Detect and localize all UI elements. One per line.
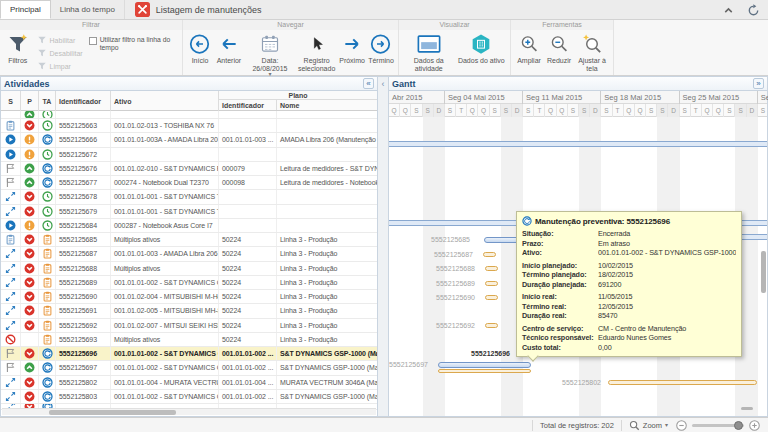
panel-splitter[interactable]: ‹ [378,76,388,417]
cell-identificador: 5552125689 [56,276,111,289]
cell-c-s [1,133,21,146]
table-row[interactable]: 5552125666001.01.01-003A - AMADA Libra 2… [1,133,377,147]
activities-panel: Atividades « S P TA Identificador Ativo … [0,76,378,417]
limpar-button[interactable]: Limpar [37,61,83,71]
table-row[interactable]: 5552125802001.01.01-004 - MURATA VECTRU.… [1,376,377,390]
gantt-bar[interactable] [438,369,531,373]
gantt-bar[interactable] [608,380,757,385]
checkbox-box[interactable] [89,37,97,45]
cell-plano-identificador: 000098 [219,176,277,189]
collapse-activities-button[interactable]: « [363,78,374,89]
ampliar-button[interactable]: Ampliar [514,32,544,74]
table-row[interactable]: 5552125677000274 - Notebook Dual T237000… [1,176,377,190]
cell-ativo: 001.01.01-003A - AMADA Libra 206 [111,133,219,146]
ajustar-tela-button[interactable]: Ajustar à tela [574,32,610,74]
zoom-increase-button[interactable] [749,420,760,431]
gantt-bar[interactable] [485,323,498,328]
table-row[interactable]: 5552125679001.01.01-001 - S&T DYNAMICS T… [1,205,377,219]
table-row[interactable] [1,111,377,119]
day-cell: D [747,104,758,117]
day-cell: T [613,104,624,117]
gantt-vscroll-thumb[interactable] [761,251,766,293]
column-header-p[interactable]: P [21,91,39,111]
gantt-bar[interactable] [483,252,496,257]
cell-c-ta [39,347,56,360]
zoom-dropdown[interactable]: Zoom ▾ [629,420,668,431]
sync-icon [42,391,53,402]
activities-horizontal-scrollbar [2,408,376,415]
filtros-button[interactable]: Filtros [3,32,33,74]
column-header-s[interactable]: S [1,91,21,111]
tooltip-field-label: Término planejado: [522,270,598,280]
page-title: Listagem de manutenções [156,5,262,15]
column-header-plano-identificador[interactable]: Identificador [219,100,277,110]
habilitar-button[interactable]: Habilitar [37,35,83,45]
table-row[interactable]: 5552125678001.01.01-001 - S&T DYNAMICS T… [1,190,377,204]
sync-icon [42,134,53,145]
reopen-icon [5,391,16,402]
cell-c-p [21,304,39,317]
table-row[interactable]: 5552125803001.01.01-002 - S&T DYNAMICS G… [1,390,377,404]
zoom-slider-track [692,424,744,427]
table-row[interactable]: 5552125692001.01.02-007 - MITSUI SEIKI H… [1,319,377,333]
column-header-plano[interactable]: Plano [219,91,377,100]
ribbon-group-filtrar: Filtrar Filtros Habilitar Desabilitar Li… [0,20,183,75]
week-cell: Seg 11 Mai 2015 [523,91,601,104]
anterior-button[interactable]: Anterior [214,32,244,77]
zoom-decrease-button[interactable] [676,420,687,431]
column-header-identificador[interactable]: Identificador [56,91,111,111]
gantt-hscroll-thumb[interactable] [741,407,753,410]
table-row[interactable]: 5552125696001.01.01-002 - S&T DYNAMICS G… [1,347,377,361]
collapse-ribbon-icon[interactable] [722,4,735,17]
cell-c-ta [39,190,56,203]
dados-ativo-button[interactable]: Dados do ativo [456,32,506,74]
desabilitar-button[interactable]: Desabilitar [37,48,83,58]
activities-hscroll-thumb[interactable] [49,410,176,415]
refresh-icon[interactable] [747,4,760,17]
table-row[interactable]: 5552125693Múltiplos ativos50224Linha 3 -… [1,333,377,347]
registro-selecionado-button[interactable]: Registro selecionado [296,32,337,77]
column-header-ta[interactable]: TA [39,91,56,111]
dados-atividade-button[interactable]: Dados da atividade [403,32,455,74]
timeline-filter-checkbox[interactable]: Utilizar filtro na linha do tempo [89,36,179,74]
cell-c-p [21,176,39,189]
table-row[interactable]: 5552125687001.01.01-003 - AMADA Libra 20… [1,247,377,261]
collapse-gantt-button[interactable]: » [753,78,764,89]
date-picker-button[interactable]: Data: 26/08/2015 ▾ [244,32,296,77]
day-cell: S [657,104,668,117]
tab-principal[interactable]: Principal [0,0,51,19]
zoom-slider-thumb[interactable] [734,421,743,430]
column-header-ativo[interactable]: Ativo [111,91,219,111]
table-row[interactable]: 5552125689001.01.01-002 - S&T DYNAMICS G… [1,276,377,290]
registro-label: Registro selecionado [296,57,337,72]
table-row[interactable]: 5552125663001.01.02-013 - TOSHIBA NX 76 [1,119,377,133]
table-row[interactable]: 5552125688Múltiplos ativos50224Linha 3 -… [1,262,377,276]
dados-atividade-label: Dados da atividade [403,57,455,72]
cell-plano-nome: S&T DYNAMICS GSP-1000 (Manut... [277,347,377,360]
tab-linha-do-tempo[interactable]: Linha do tempo [51,0,125,19]
gantt-bar[interactable] [485,281,498,286]
cell-ativo: 000287 - Notebook Asus Core I7 [111,219,219,232]
termino-button[interactable]: Término [367,32,395,77]
cell-ativo: Múltiplos ativos [111,233,219,246]
proximo-button[interactable]: Próximo [337,32,367,77]
tab-principal-label: Principal [10,5,41,14]
table-row[interactable]: 5552125697001.01.01-002 - S&T DYNAMICS G… [1,361,377,375]
column-header-plano-nome[interactable]: Nome [277,100,377,110]
table-row[interactable]: 5552125691001.01.02-005 - MITSUBISHI MH-… [1,304,377,318]
preventive-maintenance-icon [522,216,532,226]
table-row[interactable]: 5552125676001.01.02-010 - S&T DYNAMICS F… [1,162,377,176]
gantt-bar[interactable] [485,295,498,300]
down-icon [24,348,35,359]
reduzir-button[interactable]: Reduzir [544,32,574,74]
table-row[interactable]: 5552125684000287 - Notebook Asus Core I7 [1,219,377,233]
cell-ativo: 001.01.02-007 - MITSUI SEIKI HS5... [111,319,219,332]
cell-c-ta [39,133,56,146]
table-row[interactable]: 5552125685Múltiplos ativos50224Linha 3 -… [1,233,377,247]
gantt-bar[interactable] [485,266,498,271]
inicio-button[interactable]: Início [186,32,214,77]
table-row[interactable]: 5552125690001.01.02-004 - MITSUBISHI M-H… [1,290,377,304]
table-row[interactable]: 5552125672 [1,148,377,162]
gantt-bar[interactable] [438,362,531,368]
cell-identificador: 5552125696 [56,347,111,360]
